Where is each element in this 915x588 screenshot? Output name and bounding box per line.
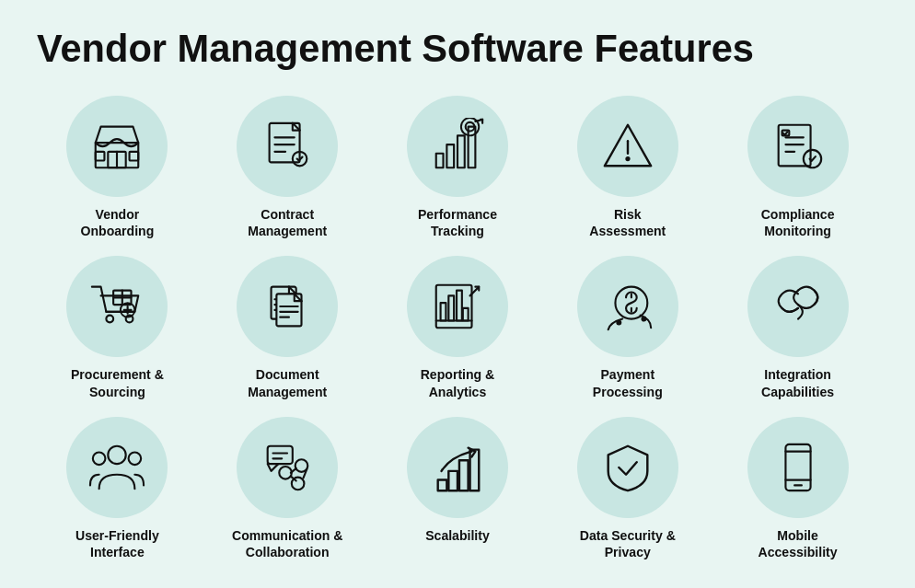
svg-point-50 [109,446,126,464]
icon-circle-integration-capabilities [747,256,849,357]
svg-rect-5 [270,123,300,163]
feature-item-scalability: Scalability [377,417,539,561]
feature-item-communication-collaboration: Communication & Collaboration [207,417,368,561]
svg-point-49 [642,317,645,321]
feature-label-reporting-analytics: Reporting & Analytics [421,366,495,400]
feature-item-reporting-analytics: Reporting & Analytics [377,256,539,400]
feature-label-performance-tracking: Performance Tracking [418,206,497,240]
svg-rect-11 [446,144,454,167]
svg-rect-42 [441,303,446,320]
page-title: Vendor Management Software Features [37,28,878,70]
svg-point-52 [129,452,142,465]
feature-label-mobile-accessibility: Mobile Accessibility [759,527,838,561]
feature-label-payment-processing: Payment Processing [593,366,663,400]
feature-item-performance-tracking: Performance Tracking [377,96,539,240]
feature-label-scalability: Scalability [425,527,490,544]
svg-rect-44 [457,291,462,321]
svg-point-27 [107,316,114,323]
icon-circle-performance-tracking [407,96,508,197]
feature-item-contract-management: Contract Management [207,96,368,240]
feature-item-user-friendly-interface: User-Friendly Interface [37,417,198,561]
icon-circle-document-management [237,256,338,357]
feature-label-vendor-onboarding: Vendor Onboarding [81,206,155,240]
svg-rect-3 [130,152,139,161]
svg-rect-63 [448,471,458,490]
features-grid: Vendor Onboarding Contract Management Pe… [37,96,878,561]
icon-circle-scalability [407,417,508,518]
icon-circle-reporting-analytics [407,256,508,357]
feature-label-data-security-privacy: Data Security & Privacy [580,527,676,561]
icon-circle-procurement-sourcing [66,256,168,357]
svg-rect-64 [459,460,469,490]
icon-circle-compliance-monitoring [747,96,849,197]
feature-label-user-friendly-interface: User-Friendly Interface [75,527,159,561]
svg-point-48 [617,321,620,325]
svg-rect-46 [463,308,469,321]
svg-rect-37 [277,294,302,327]
feature-label-document-management: Document Management [248,366,327,400]
icon-circle-vendor-onboarding [66,96,168,197]
svg-rect-10 [436,154,444,168]
icon-circle-payment-processing [577,256,678,357]
feature-item-document-management: Document Management [207,256,368,400]
feature-label-compliance-monitoring: Compliance Monitoring [761,206,835,240]
svg-rect-43 [448,296,454,321]
feature-item-risk-assessment: Risk Assessment [547,96,708,240]
svg-rect-53 [268,446,293,464]
svg-rect-2 [96,152,105,161]
feature-label-risk-assessment: Risk Assessment [589,206,666,240]
feature-item-procurement-sourcing: Procurement & Sourcing [37,256,198,400]
icon-circle-data-security-privacy [577,417,678,518]
feature-item-vendor-onboarding: Vendor Onboarding [37,96,198,240]
icon-circle-risk-assessment [577,96,678,197]
icon-circle-communication-collaboration [237,417,338,518]
feature-item-integration-capabilities: Integration Capabilities [717,256,878,400]
svg-point-51 [93,452,106,465]
feature-label-integration-capabilities: Integration Capabilities [761,366,834,400]
icon-circle-mobile-accessibility [747,417,849,518]
feature-item-data-security-privacy: Data Security & Privacy [547,417,708,561]
icon-circle-user-friendly-interface [66,417,168,518]
feature-item-payment-processing: Payment Processing [547,256,708,400]
feature-label-communication-collaboration: Communication & Collaboration [232,527,342,561]
svg-rect-62 [438,480,447,491]
feature-item-mobile-accessibility: Mobile Accessibility [717,417,878,561]
feature-label-contract-management: Contract Management [248,206,327,240]
svg-point-20 [626,157,629,160]
feature-label-procurement-sourcing: Procurement & Sourcing [71,366,164,400]
svg-rect-13 [469,126,476,167]
icon-circle-contract-management [237,96,338,197]
feature-item-compliance-monitoring: Compliance Monitoring [717,96,878,240]
svg-rect-12 [458,135,465,167]
